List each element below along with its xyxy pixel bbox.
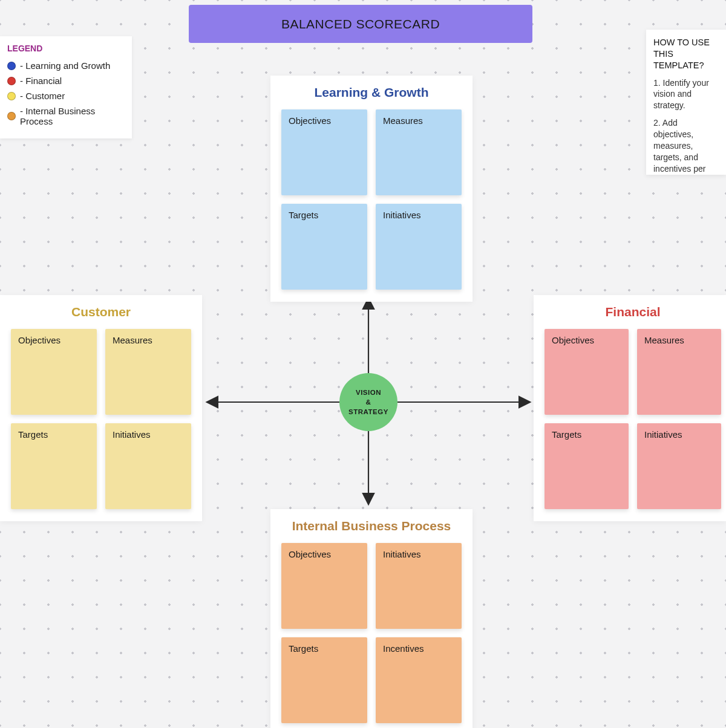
tile-initiatives[interactable]: Initiatives <box>637 423 721 509</box>
quadrant-title: Internal Business Process <box>281 519 462 533</box>
howto-step: 2. Add objectives, measures, targets, an… <box>653 117 719 175</box>
howto-step: 1. Identify your vision and strategy. <box>653 77 719 112</box>
tile-initiatives[interactable]: Initiatives <box>105 423 191 509</box>
quadrant-customer[interactable]: Customer Objectives Measures Targets Ini… <box>0 295 202 521</box>
tile-measures[interactable]: Measures <box>637 329 721 415</box>
tile-objectives[interactable]: Objectives <box>11 329 97 415</box>
tile-measures[interactable]: Measures <box>376 109 462 195</box>
dot-icon <box>7 92 16 100</box>
dot-icon <box>7 62 16 70</box>
tile-objectives[interactable]: Objectives <box>281 109 367 195</box>
legend-label: - Learning and Growth <box>20 60 110 71</box>
title-text: BALANCED SCORECARD <box>281 17 440 31</box>
quadrant-title: Financial <box>544 305 721 319</box>
tile-targets[interactable]: Targets <box>544 423 629 509</box>
quadrant-title: Customer <box>11 305 191 319</box>
legend-item-internal: - Internal Business Process <box>7 103 125 129</box>
howto-panel[interactable]: HOW TO USE THIS TEMPLATE? 1. Identify yo… <box>646 30 726 175</box>
quadrant-learning-growth[interactable]: Learning & Growth Objectives Measures Ta… <box>270 76 473 302</box>
legend-panel[interactable]: LEGEND - Learning and Growth - Financial… <box>0 36 132 138</box>
tile-incentives[interactable]: Incentives <box>376 637 462 723</box>
legend-item-financial: - Financial <box>7 73 125 88</box>
quadrant-financial[interactable]: Financial Objectives Measures Targets In… <box>534 295 726 521</box>
vision-strategy-node[interactable]: VISION & STRATEGY <box>339 373 397 431</box>
tile-targets[interactable]: Targets <box>281 204 367 290</box>
legend-label: - Internal Business Process <box>20 106 125 126</box>
legend-item-customer: - Customer <box>7 88 125 103</box>
legend-label: - Financial <box>20 76 62 86</box>
tile-objectives[interactable]: Objectives <box>544 329 629 415</box>
tile-initiatives[interactable]: Initiatives <box>376 204 462 290</box>
tile-objectives[interactable]: Objectives <box>281 543 367 629</box>
dot-icon <box>7 112 16 120</box>
howto-title: HOW TO USE THIS TEMPLATE? <box>653 37 719 71</box>
quadrant-title: Learning & Growth <box>281 85 462 100</box>
tile-measures[interactable]: Measures <box>105 329 191 415</box>
tile-initiatives[interactable]: Initiatives <box>376 543 462 629</box>
tile-targets[interactable]: Targets <box>281 637 367 723</box>
dot-icon <box>7 77 16 85</box>
title-banner: BALANCED SCORECARD <box>189 5 532 43</box>
quadrant-internal-process[interactable]: Internal Business Process Objectives Ini… <box>270 509 473 728</box>
center-label: VISION & STRATEGY <box>348 388 388 417</box>
legend-label: - Customer <box>20 91 65 101</box>
legend-title: LEGEND <box>7 44 125 53</box>
legend-item-learning: - Learning and Growth <box>7 58 125 73</box>
tile-targets[interactable]: Targets <box>11 423 97 509</box>
